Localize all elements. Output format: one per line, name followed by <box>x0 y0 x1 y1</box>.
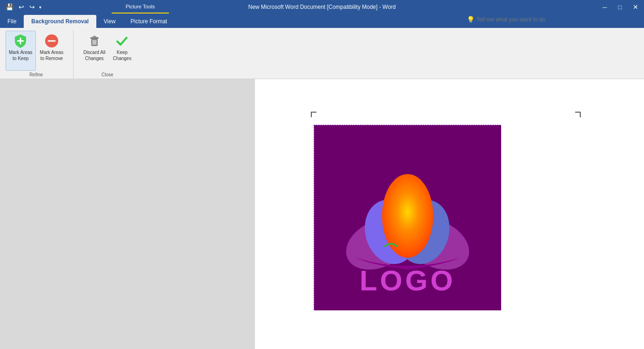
quick-access-toolbar: 💾 ↩ ↪ ▾ <box>0 2 42 12</box>
discard-all-changes-btn[interactable]: Discard All Changes <box>80 31 108 71</box>
logo-image: LOGO <box>314 125 501 310</box>
tell-me-input[interactable] <box>476 16 560 23</box>
ribbon-group-refine: Mark Areas to Keep Mark Areas to Remove … <box>4 30 74 79</box>
image-container[interactable]: LOGO <box>314 125 501 310</box>
restore-btn[interactable]: □ <box>612 0 627 14</box>
corner-marker-tl <box>311 112 316 117</box>
refine-buttons: Mark Areas to Keep Mark Areas to Remove <box>6 30 67 71</box>
discard-icon <box>86 33 103 49</box>
svg-rect-6 <box>93 36 96 38</box>
svg-text:LOGO: LOGO <box>360 264 456 296</box>
close-btn[interactable]: ✕ <box>627 0 644 14</box>
tab-file[interactable]: File <box>0 15 24 28</box>
document-area: LOGO <box>255 79 644 349</box>
keep-changes-label: Keep Changes <box>113 49 131 61</box>
corner-marker-tr <box>575 112 581 117</box>
keep-changes-icon <box>114 33 130 49</box>
svg-point-15 <box>382 174 433 258</box>
minimize-btn[interactable]: ─ <box>597 0 612 14</box>
mark-remove-label: Mark Areas to Remove <box>40 49 64 61</box>
ribbon-group-close: Discard All Changes Keep Changes Close <box>74 30 141 79</box>
save-qat-btn[interactable]: 💾 <box>4 2 15 12</box>
undo-qat-btn[interactable]: ↩ <box>17 2 26 12</box>
keep-changes-btn[interactable]: Keep Changes <box>109 31 134 71</box>
gray-sidebar <box>0 79 255 349</box>
picture-tools-label: Picture Tools <box>112 0 169 13</box>
mark-areas-keep-btn[interactable]: Mark Areas to Keep <box>6 31 36 71</box>
tell-me-bar[interactable]: 💡 <box>467 16 560 23</box>
close-group-label: Close <box>80 71 134 79</box>
main-area: LOGO <box>0 79 644 349</box>
tab-view[interactable]: View <box>96 15 123 28</box>
qat-more-btn[interactable]: ▾ <box>38 4 42 11</box>
refine-group-label: Refine <box>6 71 67 79</box>
close-buttons: Discard All Changes Keep Changes <box>80 30 134 71</box>
tab-picture-format[interactable]: Picture Format <box>123 15 175 28</box>
window-controls: ─ □ ✕ <box>597 0 644 14</box>
mark-remove-icon <box>43 33 60 49</box>
tab-background-removal[interactable]: Background Removal <box>24 15 96 28</box>
lightbulb-icon: 💡 <box>467 16 475 23</box>
mark-areas-remove-btn[interactable]: Mark Areas to Remove <box>37 31 67 71</box>
window-title: New Microsoft Word Document [Compatibili… <box>248 4 396 10</box>
mark-keep-label: Mark Areas to Keep <box>9 49 33 61</box>
ribbon: Mark Areas to Keep Mark Areas to Remove … <box>0 28 644 79</box>
discard-label: Discard All Changes <box>83 49 105 61</box>
mark-keep-icon <box>12 33 29 49</box>
ribbon-tabs-row: File Background Removal View Picture For… <box>0 14 644 28</box>
redo-qat-btn[interactable]: ↪ <box>27 2 37 12</box>
document-page: LOGO <box>255 79 644 349</box>
